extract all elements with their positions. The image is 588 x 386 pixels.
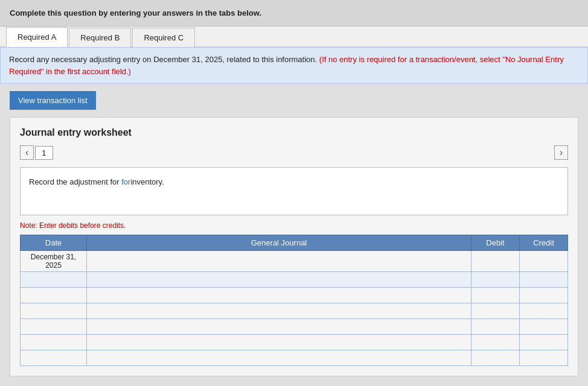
table-row bbox=[21, 288, 568, 303]
debit-input[interactable] bbox=[471, 288, 519, 303]
table-row bbox=[21, 335, 568, 350]
credit-input[interactable] bbox=[520, 251, 567, 271]
date-cell bbox=[21, 319, 87, 335]
credit-cell[interactable] bbox=[520, 303, 568, 319]
credit-cell[interactable] bbox=[520, 319, 568, 335]
top-banner: Complete this question by entering your … bbox=[0, 0, 588, 27]
tabs-bar: Required A Required B Required C bbox=[0, 27, 588, 47]
tab-required-b[interactable]: Required B bbox=[69, 28, 131, 47]
credit-input[interactable] bbox=[520, 335, 567, 350]
journal-cell[interactable] bbox=[87, 319, 471, 335]
tab-required-c[interactable]: Required C bbox=[132, 28, 195, 47]
debit-input[interactable] bbox=[471, 272, 519, 287]
date-cell bbox=[21, 303, 87, 319]
worksheet-title: Journal entry worksheet bbox=[20, 127, 568, 138]
tab-required-a[interactable]: Required A bbox=[6, 27, 68, 47]
credit-input[interactable] bbox=[520, 303, 567, 318]
banner-text: Complete this question by entering your … bbox=[10, 8, 261, 17]
journal-input[interactable] bbox=[87, 272, 471, 287]
debit-cell[interactable] bbox=[471, 319, 520, 335]
journal-input[interactable] bbox=[87, 303, 471, 318]
journal-cell[interactable] bbox=[87, 288, 471, 303]
prev-page-button[interactable]: ‹ bbox=[20, 145, 34, 160]
table-row bbox=[21, 272, 568, 288]
date-cell bbox=[21, 335, 87, 350]
journal-input[interactable] bbox=[87, 350, 471, 365]
debit-cell[interactable] bbox=[471, 251, 520, 272]
journal-input[interactable] bbox=[87, 288, 471, 303]
debit-input[interactable] bbox=[471, 350, 519, 365]
journal-cell[interactable] bbox=[87, 303, 471, 319]
date-cell bbox=[21, 272, 87, 288]
instruction-main-text: Record any necessary adjusting entry on … bbox=[9, 55, 317, 64]
table-row bbox=[21, 303, 568, 319]
date-cell bbox=[21, 288, 87, 303]
col-header-journal: General Journal bbox=[87, 235, 471, 251]
col-header-credit: Credit bbox=[520, 235, 568, 251]
col-header-debit: Debit bbox=[471, 235, 520, 251]
table-row bbox=[21, 350, 568, 366]
credit-input[interactable] bbox=[520, 288, 567, 303]
page-nav: ‹ 1 › bbox=[20, 145, 568, 160]
credit-input[interactable] bbox=[520, 350, 567, 365]
record-text-part2: inventory. bbox=[130, 177, 164, 186]
journal-cell[interactable] bbox=[87, 272, 471, 288]
record-text-blue: for bbox=[121, 177, 130, 186]
debit-cell[interactable] bbox=[471, 288, 520, 303]
col-header-date: Date bbox=[21, 235, 87, 251]
credit-cell[interactable] bbox=[520, 335, 568, 350]
table-row: December 31, 2025 bbox=[21, 251, 568, 272]
record-box: Record the adjustment for forinventory. bbox=[20, 167, 568, 215]
debit-input[interactable] bbox=[471, 335, 519, 350]
debit-cell[interactable] bbox=[471, 272, 520, 288]
credit-cell[interactable] bbox=[520, 272, 568, 288]
debit-cell[interactable] bbox=[471, 350, 520, 366]
credit-cell[interactable] bbox=[520, 251, 568, 272]
debit-input[interactable] bbox=[471, 319, 519, 334]
view-transaction-button[interactable]: View transaction list bbox=[10, 91, 96, 110]
instruction-bar: Record any necessary adjusting entry on … bbox=[0, 47, 588, 84]
debit-input[interactable] bbox=[471, 251, 519, 271]
date-cell bbox=[21, 350, 87, 366]
worksheet-container: Journal entry worksheet ‹ 1 › Record the… bbox=[10, 117, 578, 376]
journal-table: Date General Journal Debit Credit Decemb… bbox=[20, 235, 568, 366]
table-row bbox=[21, 319, 568, 335]
credit-cell[interactable] bbox=[520, 350, 568, 366]
date-cell: December 31, 2025 bbox=[21, 251, 87, 272]
journal-cell[interactable] bbox=[87, 335, 471, 350]
journal-input[interactable] bbox=[87, 335, 471, 350]
credit-input[interactable] bbox=[520, 319, 567, 334]
page-number: 1 bbox=[35, 146, 53, 160]
journal-input[interactable] bbox=[87, 319, 471, 334]
journal-cell[interactable] bbox=[87, 350, 471, 366]
next-page-button[interactable]: › bbox=[554, 145, 568, 160]
record-text-part1: Record the adjustment for bbox=[29, 177, 121, 186]
journal-cell[interactable] bbox=[87, 251, 471, 272]
debit-cell[interactable] bbox=[471, 303, 520, 319]
journal-input[interactable] bbox=[87, 251, 471, 271]
debit-input[interactable] bbox=[471, 303, 519, 318]
note-text: Note: Enter debits before credits. bbox=[20, 221, 568, 230]
debit-cell[interactable] bbox=[471, 335, 520, 350]
credit-input[interactable] bbox=[520, 272, 567, 287]
credit-cell[interactable] bbox=[520, 288, 568, 303]
